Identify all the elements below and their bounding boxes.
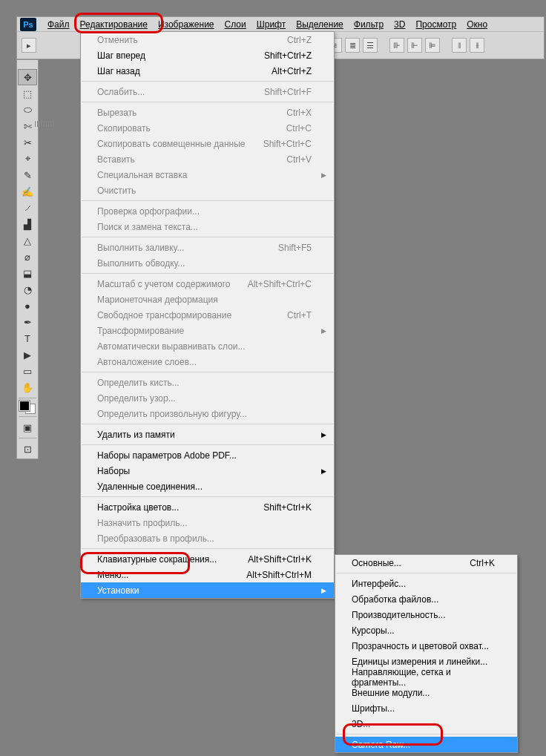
stamp-tool[interactable]: ⟋ bbox=[18, 200, 37, 216]
distribute-icon[interactable]: ⊪ bbox=[389, 38, 404, 53]
menu-shortcut: Ctrl+T bbox=[287, 310, 312, 321]
distribute-icon[interactable]: ⫴ bbox=[452, 38, 467, 53]
menu-item: Масштаб с учетом содержимогоAlt+Shift+Ct… bbox=[81, 276, 334, 292]
menu-item: ОтменитьCtrl+Z bbox=[81, 32, 334, 47]
submenu-arrow-icon: ▶ bbox=[321, 171, 326, 179]
menu-image[interactable]: Изображение bbox=[153, 18, 220, 31]
align-icon[interactable]: ☰ bbox=[363, 38, 378, 53]
menu-view[interactable]: Просмотр bbox=[410, 18, 461, 31]
menu-item: Назначить профиль... bbox=[81, 515, 334, 530]
menu-item-label: Установки bbox=[97, 585, 139, 596]
menu-item: Трансформирование▶ bbox=[81, 323, 334, 338]
palette-grip[interactable] bbox=[35, 121, 54, 127]
menu-item: Преобразовать в профиль... bbox=[81, 530, 334, 546]
shape-tool[interactable]: ▶ bbox=[18, 346, 37, 363]
menu-item[interactable]: Удаленные соединения... bbox=[81, 479, 334, 494]
brush-tool[interactable]: ✍ bbox=[18, 183, 37, 200]
menu-filter[interactable]: Фильтр bbox=[349, 18, 389, 31]
menu-item[interactable]: Клавиатурные сокращения...Alt+Shift+Ctrl… bbox=[81, 551, 334, 567]
menu-item-label: Шрифты... bbox=[352, 703, 395, 714]
menu-item[interactable]: Наборы▶ bbox=[81, 463, 334, 479]
menu-shortcut: Alt+Shift+Ctrl+K bbox=[248, 554, 312, 565]
type-tool[interactable]: ✒ bbox=[18, 314, 37, 330]
distribute-icon[interactable]: ⊩ bbox=[407, 38, 422, 53]
menu-item[interactable]: Установки▶ bbox=[81, 582, 334, 598]
lasso-tool[interactable]: ⬭ bbox=[18, 102, 37, 118]
menu-separator bbox=[336, 734, 516, 734]
menu-item[interactable]: Прозрачность и цветовой охват... bbox=[335, 638, 517, 654]
menu-item: ВырезатьCtrl+X bbox=[81, 105, 334, 120]
menu-edit[interactable]: Редактирование bbox=[75, 18, 153, 31]
menu-item[interactable]: Шрифты... bbox=[335, 700, 517, 716]
menu-3d[interactable]: 3D bbox=[389, 18, 410, 31]
eyedropper-tool[interactable]: ⌖ bbox=[18, 151, 37, 167]
menu-shortcut: Shift+F5 bbox=[278, 243, 312, 253]
separator bbox=[19, 398, 36, 398]
menu-item[interactable]: Обработка файлов... bbox=[335, 591, 517, 607]
menu-separator bbox=[82, 424, 333, 424]
menu-item[interactable]: Производительность... bbox=[335, 607, 517, 622]
distribute-icon[interactable]: ⫵ bbox=[470, 38, 484, 53]
menu-item-label: Трансформирование bbox=[97, 326, 184, 336]
distribute-icon[interactable]: ⊫ bbox=[425, 38, 440, 53]
menu-item-label: Наборы параметров Adobe PDF... bbox=[97, 450, 237, 461]
menu-item: Выполнить обводку... bbox=[81, 255, 334, 271]
screenmode-tool[interactable]: ⊡ bbox=[18, 441, 37, 457]
menu-item-label: Выполнить заливку... bbox=[97, 243, 184, 253]
menu-item[interactable]: Основные...Ctrl+K bbox=[335, 555, 517, 571]
menu-item: Очистить bbox=[81, 183, 334, 198]
menu-item[interactable]: Внешние модули... bbox=[335, 685, 517, 700]
zoom-tool[interactable]: ✋ bbox=[18, 379, 37, 395]
menu-item[interactable]: Camera Raw... bbox=[335, 737, 517, 752]
menu-item[interactable]: Интерфейс... bbox=[335, 576, 517, 591]
crop-tool[interactable]: ✂ bbox=[18, 134, 37, 151]
menu-item[interactable]: Шаг впередShift+Ctrl+Z bbox=[81, 47, 334, 63]
eraser-tool[interactable]: △ bbox=[18, 232, 37, 249]
menu-window[interactable]: Окно bbox=[461, 18, 493, 31]
menu-item-label: Специальная вставка bbox=[97, 170, 187, 180]
menu-item-label: Удаленные соединения... bbox=[97, 481, 203, 492]
menu-item[interactable]: Меню...Alt+Shift+Ctrl+M bbox=[81, 567, 334, 582]
menu-layers[interactable]: Слои bbox=[220, 18, 251, 31]
menu-item[interactable]: Шаг назадAlt+Ctrl+Z bbox=[81, 63, 334, 79]
menu-item-label: Обработка файлов... bbox=[352, 594, 438, 605]
menu-item-label: Очистить bbox=[97, 185, 136, 196]
menu-item[interactable]: Направляющие, сетка и фрагменты... bbox=[335, 669, 517, 685]
menu-item[interactable]: Настройка цветов...Shift+Ctrl+K bbox=[81, 499, 334, 515]
pen-tool[interactable]: ● bbox=[18, 298, 37, 314]
menu-item-label: Автоматически выравнивать слои... bbox=[97, 341, 246, 352]
healing-tool[interactable]: ✎ bbox=[18, 167, 37, 183]
menu-item-label: Шаг вперед bbox=[97, 50, 145, 61]
menu-item: Определить произвольную фигуру... bbox=[81, 406, 334, 421]
history-brush-tool[interactable]: ▟ bbox=[18, 216, 37, 232]
menu-item-label: Наборы bbox=[97, 466, 130, 476]
preferences-submenu: Основные...Ctrl+KИнтерфейс...Обработка ф… bbox=[335, 554, 518, 753]
color-swatch[interactable] bbox=[19, 401, 36, 414]
hand-tool[interactable]: ▭ bbox=[18, 363, 37, 379]
menu-shortcut: Alt+Shift+Ctrl+C bbox=[248, 279, 312, 289]
dodge-tool[interactable]: ◔ bbox=[18, 281, 37, 298]
menu-item-label: 3D... bbox=[352, 719, 370, 729]
menu-item: Скопировать совмещенные данныеShift+Ctrl… bbox=[81, 136, 334, 151]
menu-shortcut: Ctrl+Z bbox=[287, 35, 312, 45]
menu-shortcut: Shift+Ctrl+Z bbox=[264, 50, 312, 61]
marquee-tool[interactable]: ⬚ bbox=[18, 85, 37, 102]
align-icon[interactable]: ≣ bbox=[345, 38, 360, 53]
menu-item-label: Настройка цветов... bbox=[97, 502, 179, 513]
menu-item: Проверка орфографии... bbox=[81, 203, 334, 219]
menu-item[interactable]: Наборы параметров Adobe PDF... bbox=[81, 447, 334, 463]
menu-item[interactable]: Курсоры... bbox=[335, 622, 517, 638]
gradient-tool[interactable]: ⌀ bbox=[18, 249, 37, 265]
menu-file[interactable]: Файл bbox=[42, 18, 75, 31]
menu-item[interactable]: 3D... bbox=[335, 716, 517, 732]
blur-tool[interactable]: ⬓ bbox=[18, 265, 37, 281]
menu-type[interactable]: Шрифт bbox=[251, 18, 291, 31]
menu-item-label: Вырезать bbox=[97, 108, 136, 118]
quickmask-tool[interactable]: ▣ bbox=[18, 419, 37, 435]
menu-separator bbox=[82, 102, 333, 102]
move-tool[interactable]: ✥ bbox=[18, 69, 37, 85]
tool-preset-icon[interactable]: ▸ bbox=[22, 38, 36, 53]
path-tool[interactable]: T bbox=[18, 330, 37, 346]
menu-select[interactable]: Выделение bbox=[291, 18, 349, 31]
menu-item[interactable]: Удалить из памяти▶ bbox=[81, 427, 334, 442]
